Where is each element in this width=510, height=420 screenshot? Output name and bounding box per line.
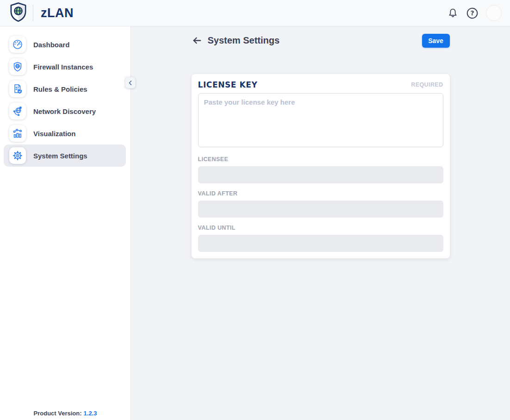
sidebar-item-system-settings[interactable]: System Settings xyxy=(4,144,126,167)
brand-group: zLAN xyxy=(9,2,74,24)
gear-icon xyxy=(9,147,26,164)
valid-until-input xyxy=(198,235,443,252)
sidebar-item-label: Visualization xyxy=(33,130,75,138)
app-body: Dashboard Firewall Instances xyxy=(0,26,510,420)
sidebar-collapse-button[interactable] xyxy=(125,77,136,88)
valid-until-field-group: VALID UNTIL xyxy=(198,225,443,252)
product-version-value: 1.2.3 xyxy=(84,410,97,417)
page-title: System Settings xyxy=(208,35,280,46)
sidebar-item-firewall-instances[interactable]: Firewall Instances xyxy=(4,56,126,78)
sidebar-item-label: Rules & Policies xyxy=(33,85,87,93)
valid-after-field-group: VALID AFTER xyxy=(198,190,443,218)
brand-divider xyxy=(33,5,33,21)
topbar-actions: ? xyxy=(447,5,502,21)
valid-after-input xyxy=(198,201,443,218)
user-avatar[interactable] xyxy=(486,5,502,21)
license-key-card: LICENSE KEY REQUIRED LICENSEE VALID AFTE… xyxy=(192,74,450,258)
rules-document-icon xyxy=(9,81,26,97)
licensee-field-group: LICENSEE xyxy=(198,156,443,183)
svg-text:?: ? xyxy=(470,9,474,17)
sidebar-item-label: Dashboard xyxy=(33,41,69,49)
sidebar-item-label: Network Discovery xyxy=(33,107,96,115)
sidebar-item-dashboard[interactable]: Dashboard xyxy=(4,33,126,56)
valid-after-label: VALID AFTER xyxy=(198,190,443,197)
licensee-label: LICENSEE xyxy=(198,156,443,163)
shield-globe-logo-icon xyxy=(9,2,27,24)
gauge-icon xyxy=(9,36,26,53)
sidebar-item-visualization[interactable]: Visualization xyxy=(4,122,126,144)
firewall-shield-icon xyxy=(9,58,26,75)
license-key-textarea[interactable] xyxy=(198,93,443,147)
topbar: zLAN ? xyxy=(0,0,510,26)
required-badge: REQUIRED xyxy=(411,81,443,88)
save-button[interactable]: Save xyxy=(422,34,450,48)
notification-bell-icon[interactable] xyxy=(447,7,459,19)
network-globe-icon xyxy=(9,103,26,119)
product-version: Product Version:1.2.3 xyxy=(0,410,131,417)
sidebar-item-network-discovery[interactable]: Network Discovery xyxy=(4,100,126,122)
back-arrow-icon[interactable] xyxy=(192,35,202,46)
licensee-input xyxy=(198,166,443,183)
main-content: System Settings Save LICENSE KEY REQUIRE… xyxy=(131,26,510,420)
card-title: LICENSE KEY xyxy=(198,80,258,90)
sidebar-item-label: Firewall Instances xyxy=(33,63,93,71)
page-header: System Settings Save xyxy=(192,33,450,48)
sidebar: Dashboard Firewall Instances xyxy=(0,26,131,420)
sidebar-item-label: System Settings xyxy=(33,152,87,160)
chart-icon xyxy=(9,125,26,142)
product-version-label: Product Version: xyxy=(34,410,82,417)
brand-name: zLAN xyxy=(41,6,74,20)
valid-until-label: VALID UNTIL xyxy=(198,225,443,231)
sidebar-item-rules-policies[interactable]: Rules & Policies xyxy=(4,78,126,100)
help-icon[interactable]: ? xyxy=(466,7,479,19)
